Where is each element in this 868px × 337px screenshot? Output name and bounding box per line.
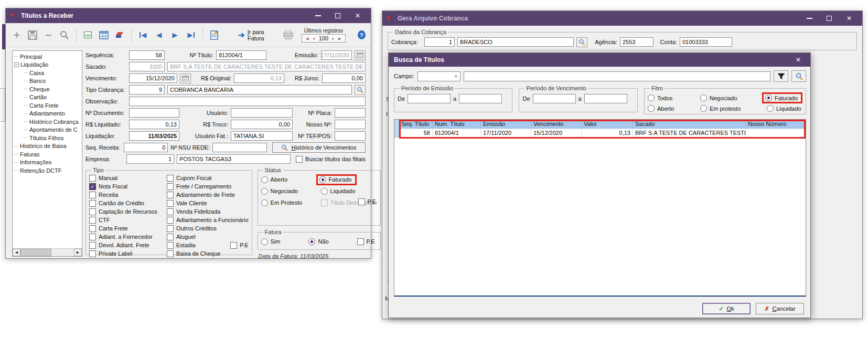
scroll-left-button[interactable]: ◀ <box>13 249 20 256</box>
column-header-emissao[interactable]: Emissão <box>481 120 531 129</box>
tree-item-historico-de-baixa[interactable]: Histórico de Baixa <box>14 142 82 151</box>
liquidacao-field[interactable]: 11/03/2025 <box>129 131 179 141</box>
rs-liquidado-field[interactable]: 0,13 <box>129 120 179 129</box>
tipo-cobranca-search-button[interactable] <box>355 85 366 95</box>
num-nsu-rede-field[interactable] <box>212 143 267 152</box>
export-txt-button[interactable]: TXT <box>82 29 93 41</box>
column-header-valor[interactable]: Valor <box>582 120 633 129</box>
checkbox-vale-cliente[interactable]: Vale Cliente <box>167 199 249 207</box>
vencimento-a-field[interactable] <box>584 94 627 103</box>
tree-item-caixa[interactable]: Caixa <box>14 69 82 77</box>
empresa-name-field[interactable]: POSTOS TACGAS3 <box>177 154 291 164</box>
sacado-name-field[interactable]: BRF S.A TESTE DE CARACTERES TESTE DE CAR… <box>167 62 366 71</box>
dialog-titlebar[interactable]: Busca de Títulos ✕ <box>389 53 810 67</box>
titlebar[interactable]: Títulos a Receber ✕ <box>6 8 371 23</box>
close-button[interactable]: ✕ <box>349 10 367 21</box>
save-button[interactable] <box>27 29 38 41</box>
search-button[interactable] <box>59 29 70 41</box>
delete-record-button[interactable]: − <box>43 29 54 41</box>
column-header-sacado[interactable]: Sacado <box>633 120 746 129</box>
nosso-num-field[interactable] <box>335 120 366 129</box>
tree-item-informacoes[interactable]: Informações <box>14 159 82 167</box>
emissao-a-field[interactable] <box>459 94 502 103</box>
emissao-calendar-button[interactable] <box>355 50 366 60</box>
vencimento-calendar-button[interactable] <box>180 73 191 83</box>
sacado-code-field[interactable]: 3320 <box>129 62 165 71</box>
tree-item-apontamento[interactable]: Apontamento de C <box>14 126 82 134</box>
collapse-icon[interactable]: − <box>14 62 19 67</box>
log-button[interactable] <box>209 29 220 41</box>
radio-todos[interactable]: Todos <box>648 92 700 103</box>
radio-faturado[interactable]: Faturado <box>765 94 798 101</box>
historico-vencimentos-button[interactable]: Histórico de Vencimentos <box>272 142 366 153</box>
minimize-button[interactable] <box>800 13 818 24</box>
tree-item-banco[interactable]: Banco <box>14 77 82 86</box>
radio-liquidado[interactable]: Liquidado <box>762 105 802 112</box>
usuario-field[interactable] <box>231 108 293 118</box>
buscar-filiais-checkbox[interactable]: Buscar títulos das filiais <box>296 155 366 163</box>
tipo-cobranca-code-field[interactable]: 9 <box>129 85 165 94</box>
checkbox-cartao-credito[interactable]: Cartão de Crédito <box>89 199 167 207</box>
radio-faturado[interactable]: Faturado <box>319 176 352 183</box>
conta-field[interactable]: 01003333 <box>680 37 732 47</box>
usuario-fat-field[interactable]: TATIANA.SI <box>231 131 293 141</box>
column-header-seq-titulo[interactable]: Seq. Título△ <box>399 120 433 129</box>
pager-next-icon[interactable]: › <box>332 35 334 41</box>
add-record-button[interactable]: + <box>11 29 22 41</box>
minimize-button[interactable] <box>309 10 327 21</box>
first-record-button[interactable]: ◀ <box>137 29 148 41</box>
rs-original-field[interactable]: 0,13 <box>234 73 284 83</box>
rs-troco-field[interactable]: 0,00 <box>231 120 293 129</box>
scrollbar-thumb[interactable] <box>20 249 51 256</box>
num-documento-field[interactable] <box>129 108 179 118</box>
search-button[interactable] <box>791 70 806 82</box>
sequencia-field[interactable]: 58 <box>129 50 165 60</box>
maximize-button[interactable] <box>329 10 347 21</box>
radio-fatura-sim[interactable]: Sim <box>261 238 281 245</box>
scroll-right-button[interactable]: ▶ <box>74 249 82 256</box>
checkbox-manual[interactable]: Manual <box>89 174 167 182</box>
column-header-nosso-numero[interactable]: Nosso Número <box>746 120 806 129</box>
tipo-cobranca-name-field[interactable]: COBRANCA BANCARIA <box>167 85 352 94</box>
radio-negociado[interactable]: Negociado <box>700 92 762 103</box>
radio-em-protesto[interactable]: Em Protesto <box>261 199 316 206</box>
table-row[interactable]: 58 812004/1 17/11/2020 15/12/2020 0,13 B… <box>394 129 806 138</box>
pager-prev-icon[interactable]: ‹ <box>313 35 315 41</box>
titlebar[interactable]: Gera Arquivo Cobranca ✕ <box>382 11 862 26</box>
tree-item-titulos-filhos[interactable]: Títulos Filhos <box>14 134 82 142</box>
tree-item-principal[interactable]: Principal <box>14 52 82 61</box>
checkbox-adiantamento-funcionario[interactable]: Adiantamento a Funcionário <box>167 216 249 224</box>
num-tef-pos-field[interactable] <box>335 131 366 141</box>
checkbox-private-label[interactable]: Private Label <box>89 249 167 258</box>
checkbox-receita[interactable]: Receita <box>89 191 167 199</box>
grid-view-button[interactable] <box>98 29 109 41</box>
cancel-button[interactable]: ✗ Cancelar <box>756 303 804 314</box>
num-titulo-field[interactable]: 812004/1 <box>216 50 266 60</box>
tree-item-faturas[interactable]: Faturas <box>14 150 82 159</box>
clear-button[interactable] <box>114 29 125 41</box>
tipo-pe-checkbox[interactable]: P.E <box>230 241 248 249</box>
tree-item-liquidacao[interactable]: −Liquidação <box>14 61 82 69</box>
checkbox-ctf[interactable]: CTF <box>89 216 167 224</box>
previous-record-button[interactable]: ◀ <box>153 29 164 41</box>
radio-negociado[interactable]: Negociado <box>261 188 316 195</box>
checkbox-devol-adiant-frete[interactable]: Devol. Adiant. Frete <box>89 241 167 249</box>
checkbox-outros-creditos[interactable]: Outros Créditos <box>167 224 249 233</box>
close-button[interactable]: ✕ <box>791 56 805 64</box>
campo-select[interactable]: ∨ <box>417 71 460 81</box>
tree-item-retencao-dctf[interactable]: Retenção DCTF <box>14 166 82 175</box>
cobranca-code-field[interactable]: 1 <box>424 37 455 47</box>
radio-em-protesto[interactable]: Em protesto <box>700 105 762 112</box>
checkbox-frete-carregamento[interactable]: Frete / Carregamento <box>167 182 249 191</box>
empresa-code-field[interactable]: 1 <box>126 154 174 164</box>
pager-last-icon[interactable]: » <box>338 35 341 41</box>
status-pe-checkbox[interactable]: P.E <box>358 197 376 206</box>
vencimento-field[interactable]: 15/12/2020 <box>129 73 177 83</box>
tree-horizontal-scrollbar[interactable]: ◀ ▶ <box>13 248 82 256</box>
checkbox-venda-fidelizada[interactable]: Venda Fidelizada <box>167 207 249 216</box>
tree-item-carta-frete[interactable]: Carta Frete <box>14 101 82 110</box>
close-button[interactable]: ✕ <box>840 13 858 24</box>
checkbox-nota-fiscal[interactable]: ✓Nota Fiscal <box>89 182 167 191</box>
filter-button[interactable] <box>774 70 788 82</box>
scrollbar-track[interactable] <box>20 249 74 256</box>
